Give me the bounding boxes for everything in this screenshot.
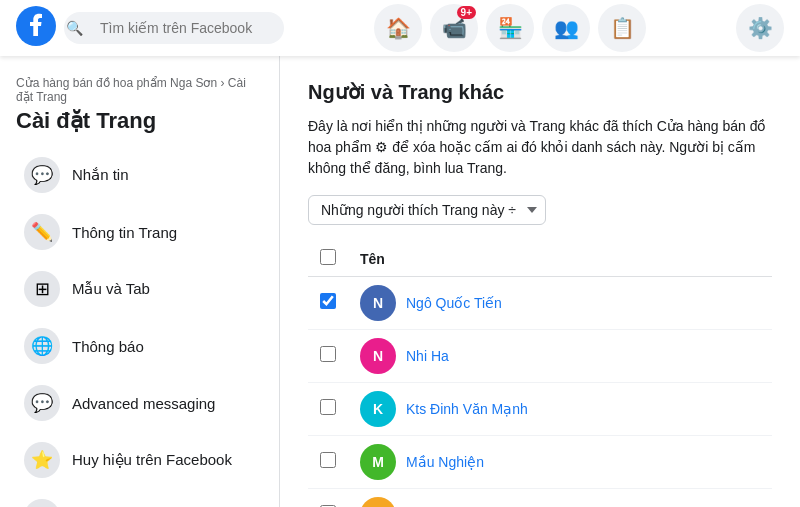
row-checkbox-cell bbox=[308, 489, 348, 508]
sidebar-item-thong-bao[interactable]: 🌐 Thông báo bbox=[8, 318, 271, 374]
row-checkbox-cell bbox=[308, 383, 348, 436]
breadcrumb: Cửa hàng bán đồ hoa phẩm Nga Sơn › Cài đ… bbox=[0, 68, 279, 106]
row-checkbox-cell bbox=[308, 330, 348, 383]
row-name-cell: D Doan Hiến bbox=[348, 489, 772, 508]
sidebar-item-advanced-messaging[interactable]: 💬 Advanced messaging bbox=[8, 375, 271, 431]
people-nav-button[interactable]: 👥 bbox=[542, 4, 590, 52]
avatar: M bbox=[360, 444, 396, 480]
content-area: Người và Trang khác Đây là nơi hiển thị … bbox=[280, 56, 800, 507]
edit-icon: ✏️ bbox=[24, 214, 60, 250]
store-icon: 🏪 bbox=[498, 16, 523, 40]
sidebar-item-thong-tin-trang[interactable]: ✏️ Thông tin Trang bbox=[8, 204, 271, 260]
row-name-cell: K Kts Đinh Văn Mạnh bbox=[348, 383, 772, 436]
video-icon: 📹 bbox=[442, 16, 467, 40]
table-row: D Doan Hiến bbox=[308, 489, 772, 508]
activity-nav-button[interactable]: 📋 bbox=[598, 4, 646, 52]
sidebar-item-label: Huy hiệu trên Facebook bbox=[72, 451, 232, 469]
avatar: N bbox=[360, 338, 396, 374]
sidebar-item-label: Mẫu và Tab bbox=[72, 280, 150, 298]
content-description: Đây là nơi hiển thị những người và Trang… bbox=[308, 116, 772, 179]
table-row: K Kts Đinh Văn Mạnh bbox=[308, 383, 772, 436]
video-nav-button[interactable]: 📹 9+ bbox=[430, 4, 478, 52]
avatar-name-group: D Doan Hiến bbox=[360, 497, 760, 507]
search-input[interactable] bbox=[64, 12, 284, 44]
settings-nav-button[interactable]: ⚙️ bbox=[736, 4, 784, 52]
table-row: N Nhi Ha bbox=[308, 330, 772, 383]
sidebar-item-nhan-tin[interactable]: 💬 Nhắn tin bbox=[8, 147, 271, 203]
select-all-checkbox[interactable] bbox=[320, 249, 336, 265]
message-icon: 💬 bbox=[24, 157, 60, 193]
globe-icon: 🌐 bbox=[24, 328, 60, 364]
store-nav-button[interactable]: 🏪 bbox=[486, 4, 534, 52]
person-name-link[interactable]: Kts Đinh Văn Mạnh bbox=[406, 401, 528, 417]
filter-bar: Những người thích Trang này ÷ bbox=[308, 195, 772, 225]
search-wrap: 🔍 bbox=[56, 12, 284, 44]
sidebar-item-huy-hieu[interactable]: ⭐ Huy hiệu trên Facebook bbox=[8, 432, 271, 488]
sidebar-item-label: Advanced messaging bbox=[72, 395, 215, 412]
row-name-cell: N Nhi Ha bbox=[348, 330, 772, 383]
row-checkbox-cell bbox=[308, 277, 348, 330]
sidebar-item-vai-tro[interactable]: 👤 Vai trò trên Trang bbox=[8, 489, 271, 507]
badge-icon: ⭐ bbox=[24, 442, 60, 478]
person-name-link[interactable]: Nhi Ha bbox=[406, 348, 449, 364]
grid-icon: ⊞ bbox=[24, 271, 60, 307]
search-icon: 🔍 bbox=[66, 20, 83, 36]
row-checkbox[interactable] bbox=[320, 293, 336, 309]
sidebar-item-label: Thông tin Trang bbox=[72, 224, 177, 241]
table-row: M Mầu Nghiện bbox=[308, 436, 772, 489]
avatar: K bbox=[360, 391, 396, 427]
avatar-name-group: M Mầu Nghiện bbox=[360, 444, 760, 480]
row-checkbox[interactable] bbox=[320, 399, 336, 415]
table-header-name: Tên bbox=[348, 241, 772, 277]
row-checkbox[interactable] bbox=[320, 452, 336, 468]
nav-logo bbox=[16, 6, 56, 50]
table-header-checkbox bbox=[308, 241, 348, 277]
person-name-link[interactable]: Mầu Nghiện bbox=[406, 454, 484, 470]
sidebar-item-label: Nhắn tin bbox=[72, 166, 129, 184]
sidebar-item-mau-va-tab[interactable]: ⊞ Mẫu và Tab bbox=[8, 261, 271, 317]
person-name-link[interactable]: Ngô Quốc Tiến bbox=[406, 295, 502, 311]
messenger-icon: 💬 bbox=[24, 385, 60, 421]
table-row: N Ngô Quốc Tiến bbox=[308, 277, 772, 330]
avatar-name-group: N Ngô Quốc Tiến bbox=[360, 285, 760, 321]
avatar-name-group: K Kts Đinh Văn Mạnh bbox=[360, 391, 760, 427]
user-icon: 👤 bbox=[24, 499, 60, 507]
video-badge: 9+ bbox=[457, 6, 476, 19]
main-layout: Cửa hàng bán đồ hoa phẩm Nga Sơn › Cài đ… bbox=[0, 56, 800, 507]
row-checkbox[interactable] bbox=[320, 346, 336, 362]
home-icon: 🏠 bbox=[386, 16, 411, 40]
people-icon: 👥 bbox=[554, 16, 579, 40]
row-name-cell: M Mầu Nghiện bbox=[348, 436, 772, 489]
avatar-name-group: N Nhi Ha bbox=[360, 338, 760, 374]
nav-right: ⚙️ bbox=[736, 4, 784, 52]
avatar: N bbox=[360, 285, 396, 321]
activity-icon: 📋 bbox=[610, 16, 635, 40]
top-nav: 🔍 🏠 📹 9+ 🏪 👥 📋 ⚙️ bbox=[0, 0, 800, 56]
sidebar-title: Cài đặt Trang bbox=[0, 106, 279, 146]
avatar: D bbox=[360, 497, 396, 507]
settings-icon: ⚙️ bbox=[748, 16, 773, 40]
page-title: Người và Trang khác bbox=[308, 80, 772, 104]
people-table: Tên N Ngô Quốc Tiến N Nhi Ha bbox=[308, 241, 772, 507]
sidebar-item-label: Thông báo bbox=[72, 338, 144, 355]
home-nav-button[interactable]: 🏠 bbox=[374, 4, 422, 52]
nav-center: 🏠 📹 9+ 🏪 👥 📋 bbox=[284, 4, 736, 52]
row-name-cell: N Ngô Quốc Tiến bbox=[348, 277, 772, 330]
row-checkbox-cell bbox=[308, 436, 348, 489]
filter-select[interactable]: Những người thích Trang này ÷ bbox=[308, 195, 546, 225]
sidebar: Cửa hàng bán đồ hoa phẩm Nga Sơn › Cài đ… bbox=[0, 56, 280, 507]
